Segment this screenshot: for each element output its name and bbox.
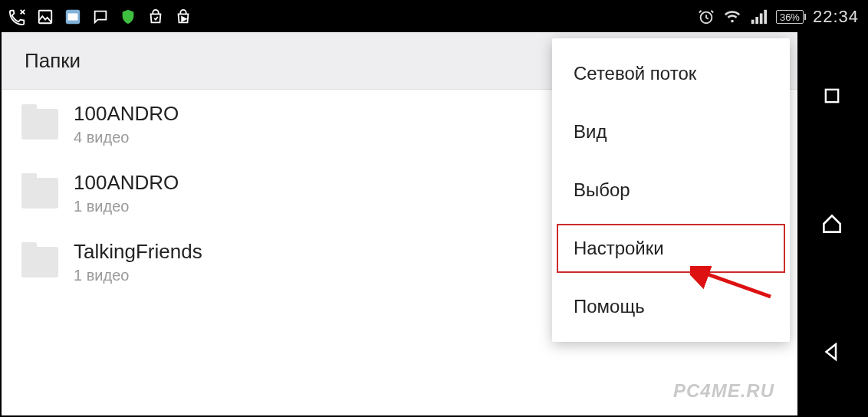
folder-name: 100ANDRO [74, 171, 179, 195]
folder-name: 100ANDRO [74, 102, 179, 126]
folder-icon [21, 247, 58, 277]
menu-item-select[interactable]: Выбор [552, 161, 790, 219]
svg-rect-11 [826, 90, 838, 102]
folder-icon [21, 178, 58, 208]
svg-marker-5 [182, 17, 186, 21]
folder-icon [21, 109, 58, 140]
battery-indicator: 36% [776, 10, 804, 24]
signal-icon [750, 8, 767, 25]
watermark: PC4ME.RU [673, 380, 774, 402]
clock: 22:34 [813, 7, 859, 27]
app-icon-1 [64, 8, 81, 25]
status-right: 36% 22:34 [698, 7, 859, 27]
missed-call-icon [9, 8, 26, 25]
chat-icon [92, 8, 109, 25]
page-title: Папки [25, 49, 81, 73]
svg-rect-9 [760, 13, 763, 24]
wifi-icon [724, 8, 741, 25]
back-button[interactable] [813, 333, 851, 371]
folder-sub: 1 видео [74, 267, 202, 284]
svg-rect-4 [68, 13, 78, 20]
svg-rect-7 [751, 20, 755, 24]
overflow-menu: Сетевой поток Вид Выбор Настройки Помощь [552, 38, 790, 342]
status-bar: 36% 22:34 [2, 2, 866, 32]
system-nav-bar [797, 32, 866, 415]
menu-item-settings[interactable]: Настройки [552, 219, 790, 277]
folder-sub: 1 видео [74, 198, 179, 215]
device-frame: 36% 22:34 Папки 100ANDRO 4 видео [0, 0, 868, 417]
picture-icon [37, 8, 54, 25]
store-icon-1 [147, 8, 164, 25]
menu-item-view[interactable]: Вид [552, 103, 790, 161]
folder-sub: 4 видео [74, 129, 179, 146]
home-button[interactable] [813, 205, 851, 243]
shield-icon [120, 8, 136, 25]
folder-name: TalkingFriends [74, 240, 202, 264]
recent-apps-button[interactable] [813, 77, 851, 115]
alarm-icon [698, 8, 715, 25]
menu-item-help[interactable]: Помощь [552, 277, 790, 336]
svg-rect-10 [764, 10, 767, 24]
store-icon-2 [175, 8, 192, 25]
menu-item-network-stream[interactable]: Сетевой поток [552, 44, 790, 103]
svg-rect-8 [755, 17, 758, 24]
status-left [9, 8, 192, 25]
